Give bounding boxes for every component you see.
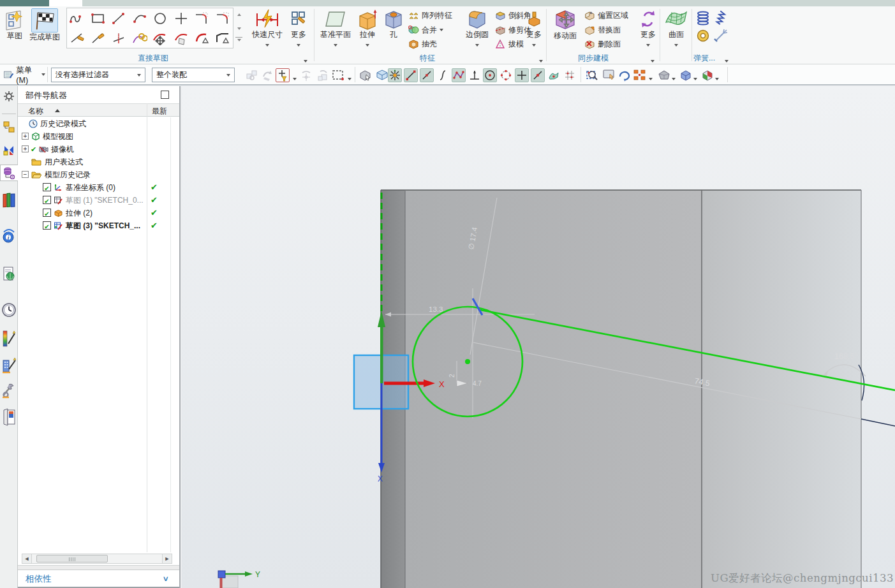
make-corner-tool[interactable] — [108, 28, 129, 48]
spring-washer-button[interactable] — [695, 28, 711, 43]
ribbon-scroll-end[interactable] — [235, 37, 242, 43]
highlight-shaded-icon[interactable] — [359, 69, 373, 84]
selection-rectangle-icon[interactable] — [332, 69, 344, 84]
corner-chamfer-tool[interactable] — [212, 28, 233, 48]
zoom-window-icon[interactable] — [586, 69, 600, 84]
chamfer-tool[interactable] — [212, 8, 233, 28]
sketch-button[interactable]: 草图 — [2, 8, 27, 56]
offset-v-text[interactable]: 2 — [448, 374, 455, 378]
body-right-face[interactable] — [702, 190, 861, 588]
graphics-viewport[interactable]: 13.3 ∅ 17.4 74.5 168.5° 2 4.7 X X — [182, 86, 895, 588]
pattern-feature-button[interactable]: 阵列特征 — [408, 8, 452, 22]
part-navigator-icon[interactable] — [0, 165, 18, 181]
line-tool[interactable] — [108, 8, 129, 28]
spring-group-caret[interactable] — [725, 55, 730, 61]
replace-face-button[interactable]: 替换面 — [584, 23, 621, 37]
column-name[interactable]: 名称 — [28, 106, 43, 117]
datum-plane-button[interactable]: 基准平面 — [318, 8, 353, 56]
delete-face-button[interactable]: 删除面 — [584, 37, 621, 51]
clip-section-caret[interactable] — [715, 73, 721, 78]
selection-scope-combo[interactable]: 整个装配 — [152, 68, 235, 82]
draft-button[interactable]: 拔模 — [495, 37, 524, 51]
unite-button[interactable]: 合并 — [408, 23, 443, 37]
filter-caret[interactable] — [293, 73, 299, 78]
scroll-thumb[interactable] — [36, 555, 108, 562]
snap-grid-point-icon[interactable] — [563, 68, 577, 82]
assembly-constraints-icon[interactable] — [246, 69, 258, 84]
selection-filter-plus-icon[interactable] — [276, 68, 290, 82]
snap-control-point-icon[interactable] — [436, 68, 450, 82]
finish-sketch-button[interactable]: 完成草图 — [28, 8, 61, 56]
more-sketch-button[interactable]: 更多 — [287, 8, 310, 56]
transparent-box-icon[interactable] — [375, 69, 389, 84]
rectangle-tool[interactable] — [88, 8, 109, 28]
more-sync-button[interactable]: 更多 — [637, 8, 660, 56]
offset-curve-tool[interactable] — [171, 28, 192, 48]
feature-checkbox[interactable]: ✔ — [43, 183, 51, 191]
hole-button[interactable]: 孔 — [383, 8, 404, 56]
history-clock-icon[interactable] — [1, 298, 17, 321]
angle-dim-text[interactable]: 168.5° — [834, 352, 857, 361]
spring-front-button[interactable] — [695, 10, 711, 26]
scene-wand-icon[interactable] — [1, 352, 17, 378]
geometric-constraints-tool[interactable] — [129, 28, 151, 48]
tree-row-model-history[interactable]: − 模型历史记录 — [18, 168, 179, 181]
rotate-view-icon[interactable] — [618, 69, 632, 84]
dependencies-label[interactable]: 相依性 — [26, 573, 52, 585]
navigator-hscrollbar[interactable]: ◄ ► — [22, 554, 172, 564]
feature-checkbox[interactable]: ✔ — [43, 221, 51, 230]
spring-side-button[interactable] — [713, 10, 729, 26]
shaded-view-caret[interactable] — [672, 73, 677, 78]
move-component-icon[interactable] — [262, 69, 274, 84]
scroll-right-arrow[interactable]: ► — [162, 554, 172, 563]
move-curve-tool[interactable] — [150, 28, 171, 48]
menu-button[interactable]: 菜单(M) — [3, 67, 45, 82]
orient-view-icon[interactable] — [679, 69, 693, 84]
tree-row-sketch-3[interactable]: ✔ 草图 (3) "SKETCH_... ✔ — [18, 219, 179, 232]
sketch-y-axis[interactable] — [380, 327, 383, 383]
navigator-column-header[interactable]: 名称 最新 — [18, 103, 179, 117]
spring-rake-button[interactable] — [713, 28, 729, 43]
offset-region-button[interactable]: 偏置区域 — [584, 8, 628, 22]
gear-icon[interactable] — [1, 88, 17, 105]
extend-tool[interactable] — [88, 28, 109, 48]
fit-view-icon[interactable] — [633, 69, 647, 84]
reuse-library-icon[interactable] — [1, 189, 17, 212]
snap-midpoint-icon[interactable] — [420, 68, 434, 82]
undock-button[interactable] — [161, 91, 169, 99]
shaded-view-icon[interactable] — [657, 69, 671, 84]
color-wand-icon[interactable] — [1, 325, 17, 351]
column-latest[interactable]: 最新 — [152, 106, 167, 117]
offset-h-text[interactable]: 4.7 — [473, 380, 482, 387]
snap-point-on-curve-icon[interactable] — [531, 68, 545, 82]
feature-checkbox[interactable]: ✔ — [43, 196, 51, 204]
direct-sketch-group-caret[interactable] — [304, 55, 309, 61]
assembly-navigator-icon[interactable] — [1, 119, 17, 135]
move-face-button[interactable]: 移动面 — [549, 8, 582, 56]
tree-row-extrude-2[interactable]: ✔ 拉伸 (2) ✔ — [18, 207, 179, 219]
ribbon-scroll-down[interactable] — [235, 26, 242, 31]
tree-row-model-views[interactable]: + 模型视图 — [18, 130, 179, 143]
tree-row-history-mode[interactable]: 历史记录模式 — [18, 117, 179, 130]
collapse-icon[interactable]: − — [22, 171, 29, 178]
tools-icon[interactable] — [1, 379, 17, 402]
snap-existing-point-icon[interactable] — [515, 68, 529, 82]
pan-icon[interactable] — [602, 69, 616, 84]
feature-checkbox[interactable]: ✔ — [43, 209, 51, 217]
sketch-center-point[interactable] — [465, 359, 470, 364]
navigator-splitter[interactable] — [18, 565, 179, 570]
surface-button[interactable]: 曲面 — [662, 8, 690, 56]
point-tool[interactable] — [171, 8, 192, 28]
snap-point-on-surface-icon[interactable] — [547, 68, 561, 82]
snap-intersection-icon[interactable] — [468, 68, 482, 82]
constraint-navigator-icon[interactable] — [1, 142, 17, 158]
arc-tool[interactable] — [129, 8, 151, 28]
rapid-dimension-button[interactable]: 快速尺寸 — [250, 8, 285, 56]
snap-enable-icon[interactable] — [388, 68, 402, 82]
chevron-down-icon[interactable]: ˅ — [163, 574, 168, 584]
sync-group-caret[interactable] — [651, 55, 656, 61]
shell-button[interactable]: 抽壳 — [408, 37, 437, 51]
datum-z-axis[interactable] — [381, 383, 383, 463]
trim-tool[interactable] — [67, 28, 88, 48]
expand-icon[interactable]: + — [22, 133, 29, 140]
